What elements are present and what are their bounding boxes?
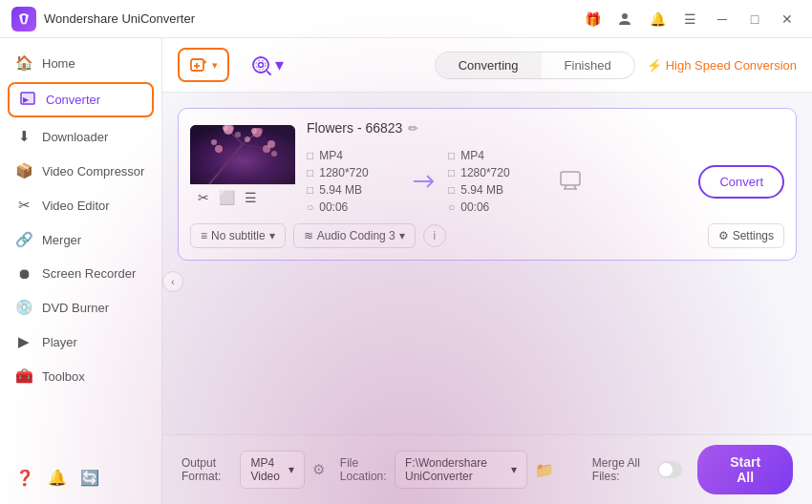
svg-point-18 xyxy=(252,128,262,137)
svg-line-12 xyxy=(228,130,243,144)
content-area: ▾ ▾ Converting Finished ⚡ High Speed Con… xyxy=(162,38,812,504)
svg-point-17 xyxy=(228,125,234,131)
merge-toggle-switch[interactable] xyxy=(657,461,682,478)
svg-point-23 xyxy=(271,151,277,157)
svg-point-22 xyxy=(267,140,275,148)
svg-rect-10 xyxy=(190,125,295,184)
thumbnail-image xyxy=(190,125,295,184)
main-layout: 🏠 Home ▶ Converter ⬇ Downloader 📦 Video … xyxy=(0,38,812,504)
svg-point-19 xyxy=(251,128,257,134)
svg-line-13 xyxy=(243,133,257,144)
file-card: ✂ ⬜ ☰ Flowers - 66823 ✏ xyxy=(178,108,797,261)
file-list-area: ✂ ⬜ ☰ Flowers - 66823 ✏ xyxy=(162,93,812,434)
svg-point-21 xyxy=(263,145,270,153)
svg-line-14 xyxy=(243,144,267,149)
svg-point-25 xyxy=(211,139,217,145)
svg-point-20 xyxy=(257,128,263,134)
svg-point-27 xyxy=(235,132,241,137)
file-card-top: ✂ ⬜ ☰ Flowers - 66823 ✏ xyxy=(190,120,784,214)
svg-point-24 xyxy=(215,145,223,153)
file-thumbnail: ✂ ⬜ ☰ xyxy=(190,125,295,210)
svg-point-15 xyxy=(224,125,233,135)
svg-point-26 xyxy=(245,136,250,142)
svg-point-16 xyxy=(223,125,228,131)
svg-line-11 xyxy=(209,144,243,184)
